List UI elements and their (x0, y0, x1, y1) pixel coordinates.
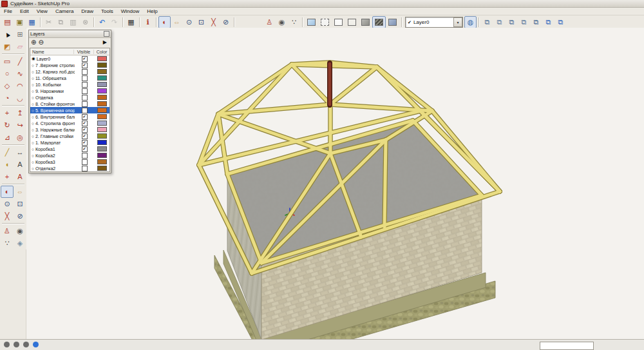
section-plane-tool-icon[interactable]: ◈ (14, 237, 26, 249)
layer-details-arrow-button[interactable]: ▶ (103, 39, 107, 46)
dimension-tool-icon[interactable]: ↔ (14, 146, 26, 159)
follow-me-tool-icon[interactable]: ↪ (14, 119, 26, 131)
protractor-icon[interactable]: ◖ (1, 159, 14, 171)
walk-tool-icon[interactable]: ∵ (1, 237, 14, 249)
layer-dropdown-arrow-icon[interactable]: ▾ (453, 17, 462, 27)
toolbar-cube-icon-7[interactable]: ⧉ (554, 16, 567, 28)
layers-panel-titlebar[interactable]: Layers (29, 30, 111, 38)
save-icon[interactable]: ▦ (26, 16, 38, 28)
wireframe-style-icon[interactable] (332, 16, 345, 28)
layer-color-swatch[interactable] (97, 121, 107, 126)
layer-row-5[interactable]: ○9. Нарожники (30, 88, 109, 94)
layer-row-13[interactable]: ○1. Мауэрлат✔ (30, 139, 109, 146)
hidden-line-style-icon[interactable] (345, 16, 359, 28)
statusbar-circle-icon-3[interactable] (23, 342, 29, 347)
undo-icon[interactable]: ↶ (96, 16, 108, 28)
layer-row-2[interactable]: ○12. Карниз лоб.доска (30, 68, 109, 75)
menu-item-camera[interactable]: Camera (52, 8, 77, 14)
position-camera-tool-icon[interactable]: ♙ (1, 225, 14, 237)
layer-visible-checkbox[interactable] (82, 95, 88, 101)
layer-color-swatch[interactable] (97, 108, 107, 113)
position-camera-icon[interactable]: ♙ (263, 16, 276, 28)
layer-color-swatch[interactable] (97, 75, 107, 81)
layer-visible-checkbox[interactable] (82, 75, 88, 81)
layer-color-swatch[interactable] (97, 166, 107, 171)
layer-radio-icon[interactable]: ○ (32, 128, 34, 132)
layer-visible-checkbox[interactable] (82, 88, 88, 94)
layer-row-15[interactable]: ○Коробка2 (30, 152, 109, 159)
delete-icon[interactable]: ⊗ (79, 16, 91, 28)
3d-text-tool-icon[interactable]: A (14, 171, 26, 183)
layer-radio-icon[interactable]: ○ (32, 63, 34, 68)
statusbar-circle-icon-4[interactable] (33, 342, 39, 347)
layer-row-16[interactable]: ○Коробка3 (30, 159, 109, 165)
model-info-icon[interactable]: ℹ (142, 16, 154, 28)
layer-radio-icon[interactable]: ○ (32, 70, 34, 74)
shaded-with-textures-style-icon[interactable] (372, 16, 386, 28)
layer-color-swatch[interactable] (97, 140, 107, 145)
layer-color-swatch[interactable] (97, 88, 107, 93)
toolbar-cube-icon-2[interactable]: ⧉ (493, 16, 506, 28)
layer-color-swatch[interactable] (97, 56, 107, 61)
layer-radio-icon[interactable]: ○ (32, 89, 34, 93)
statusbar-circle-icon-2[interactable] (14, 342, 19, 347)
zoom-window-icon[interactable]: ⊡ (195, 16, 207, 28)
layer-color-swatch[interactable] (97, 82, 107, 87)
layer-visible-checkbox[interactable]: ✔ (82, 121, 88, 126)
toolbar-cube-icon-4[interactable]: ⧉ (518, 16, 530, 28)
orbit-icon[interactable]: ◐ (158, 16, 171, 28)
layer-radio-icon[interactable]: ○ (32, 166, 34, 171)
layer-color-swatch[interactable] (97, 146, 107, 151)
add-layer-button[interactable]: ⊕ (31, 39, 36, 46)
look-around-tool-icon[interactable]: ◉ (14, 225, 26, 237)
layers-panel[interactable]: Layers ⊕ ⊖ ▶ Name Visible Color ◉Layer0✔… (28, 30, 111, 173)
layer-row-0[interactable]: ◉Layer0✔ (30, 55, 109, 62)
layer-row-1[interactable]: ○7 .Верхние стропила✔ (30, 62, 109, 68)
layer-row-7[interactable]: ○8. Стойки фронтона (30, 101, 109, 107)
select-tool-icon[interactable]: ▲ (1, 28, 14, 41)
redo-icon[interactable]: ↷ (108, 16, 120, 28)
zoom-tool-icon[interactable]: ⊙ (1, 198, 14, 210)
menu-item-edit[interactable]: Edit (16, 8, 33, 14)
eraser-icon[interactable]: ▱ (14, 41, 26, 53)
toolbar-cube-icon-5[interactable]: ⧉ (530, 16, 542, 28)
layer-radio-icon[interactable]: ○ (32, 115, 34, 119)
menu-item-window[interactable]: Window (117, 8, 143, 14)
zoom-previous-tool-icon[interactable]: ⊘ (14, 210, 26, 222)
layer-radio-icon[interactable]: ○ (32, 95, 34, 100)
pie-tool-icon[interactable]: ◔ (1, 92, 14, 104)
freehand-tool-icon[interactable]: ∿ (14, 68, 26, 80)
zoom-window-tool-icon[interactable]: ⊡ (14, 198, 26, 210)
offset-tool-icon[interactable]: ◎ (14, 131, 26, 144)
arc-tool-icon[interactable]: ◠ (14, 80, 26, 92)
layer-row-11[interactable]: ○3. Наружные балки✔ (30, 126, 109, 133)
menu-item-file[interactable]: File (0, 8, 16, 14)
zoom-icon[interactable]: ⊙ (183, 16, 195, 28)
layer-color-swatch[interactable] (97, 95, 107, 100)
menu-item-help[interactable]: Help (143, 8, 161, 14)
layer-row-14[interactable]: ○Коробка1✔ (30, 146, 109, 152)
zoom-previous-icon[interactable]: ⊘ (220, 16, 232, 28)
move-tool-icon[interactable]: + (1, 107, 14, 119)
zoom-extents-icon[interactable]: ╳ (207, 16, 220, 28)
layer-visible-checkbox[interactable]: ✔ (82, 133, 88, 139)
rotate-tool-icon[interactable]: ↻ (1, 119, 14, 131)
menu-item-view[interactable]: View (33, 8, 52, 14)
scale-tool-icon[interactable]: ⊿ (1, 131, 14, 144)
paste-icon[interactable]: ▥ (67, 16, 79, 28)
orbit-tool-icon[interactable]: ◐ (1, 186, 14, 198)
layer-visible-checkbox[interactable] (82, 69, 88, 75)
open-folder-icon[interactable]: ▣ (14, 16, 26, 28)
layer-radio-icon[interactable]: ○ (32, 160, 34, 164)
layer-visible-checkbox[interactable]: ✔ (82, 56, 88, 62)
toolbar-cube-icon-1[interactable]: ⧉ (481, 16, 493, 28)
menu-item-draw[interactable]: Draw (77, 8, 97, 14)
polygon-tool-icon[interactable]: ◇ (1, 80, 14, 92)
print-icon[interactable]: ▦ (125, 16, 137, 28)
title-bar[interactable]: Судейкин - SketchUp Pro (0, 0, 644, 8)
make-component-icon[interactable]: ⊞ (14, 28, 26, 41)
layer-color-swatch[interactable] (97, 63, 107, 68)
arc2-tool-icon[interactable]: ◡ (14, 92, 26, 104)
layer-row-8[interactable]: ○5. Временная опора (30, 107, 109, 113)
look-around-icon[interactable]: ◉ (276, 16, 288, 28)
